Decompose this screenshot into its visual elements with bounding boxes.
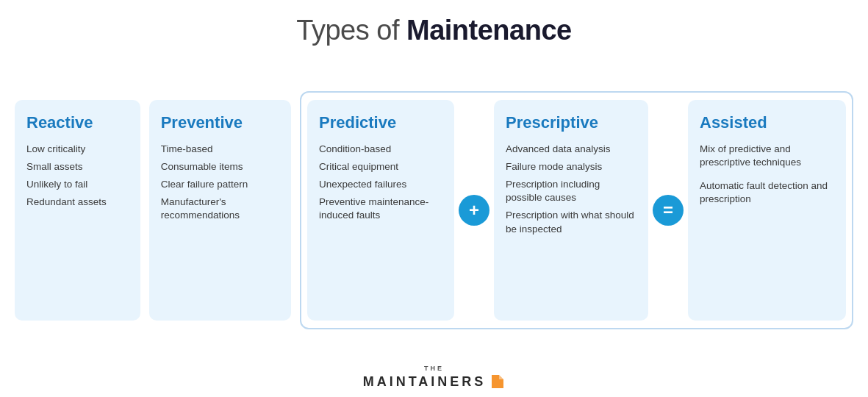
predictive-list: Condition-based Critical equipment Unexp…	[319, 143, 442, 223]
logo-area: THE MAINTAINERS	[363, 365, 506, 390]
list-item: Unexpected failures	[319, 178, 442, 191]
list-item: Clear failure pattern	[161, 178, 279, 191]
title-bold: Maintenance	[406, 15, 572, 46]
card-preventive: Preventive Time-based Consumable items C…	[149, 100, 291, 321]
logo-name: MAINTAINERS	[363, 374, 487, 390]
plus-operator: +	[459, 195, 489, 226]
list-item: Failure mode analysis	[506, 160, 636, 174]
list-item: Prescription including possible causes	[506, 178, 636, 204]
preventive-list: Time-based Consumable items Clear failur…	[161, 143, 279, 223]
preventive-title: Preventive	[161, 113, 279, 132]
reactive-list: Low criticality Small assets Unlikely to…	[26, 143, 129, 210]
list-item: Automatic fault detection and prescripti…	[700, 179, 834, 206]
assisted-title: Assisted	[700, 113, 834, 132]
list-item: Prescription with what should be inspect…	[506, 209, 636, 235]
logo-icon	[489, 373, 505, 390]
list-item: Mix of predictive and prescriptive techn…	[700, 143, 834, 169]
list-item: Small assets	[26, 160, 129, 174]
title-normal: Types of	[296, 15, 406, 46]
list-item: Manufacturer's recommendations	[161, 196, 279, 222]
logo-bottom: MAINTAINERS	[363, 373, 506, 390]
card-prescriptive: Prescriptive Advanced data analysis Fail…	[494, 100, 648, 321]
group-border: Predictive Condition-based Critical equi…	[300, 91, 853, 329]
card-predictive: Predictive Condition-based Critical equi…	[307, 100, 454, 321]
list-item: Unlikely to fail	[26, 178, 129, 191]
list-item: Redundant assets	[26, 196, 129, 209]
list-item: Advanced data analysis	[506, 143, 636, 156]
prescriptive-list: Advanced data analysis Failure mode anal…	[506, 143, 636, 236]
card-assisted: Assisted Mix of predictive and prescript…	[688, 100, 846, 321]
assisted-list: Mix of predictive and prescriptive techn…	[700, 143, 834, 207]
page-title: Types of Maintenance	[296, 15, 571, 46]
reactive-title: Reactive	[26, 113, 129, 132]
list-item: Condition-based	[319, 143, 442, 156]
list-item: Time-based	[161, 143, 279, 156]
prescriptive-title: Prescriptive	[506, 113, 636, 132]
list-item: Low criticality	[26, 143, 129, 156]
predictive-title: Predictive	[319, 113, 442, 132]
list-item: Consumable items	[161, 160, 279, 174]
card-reactive: Reactive Low criticality Small assets Un…	[15, 100, 140, 321]
list-item: Critical equipment	[319, 160, 442, 174]
logo-top: THE	[424, 365, 444, 372]
list-item: Preventive maintenance-induced faults	[319, 196, 442, 222]
cards-container: Reactive Low criticality Small assets Un…	[15, 68, 853, 351]
equals-operator: =	[653, 195, 684, 226]
